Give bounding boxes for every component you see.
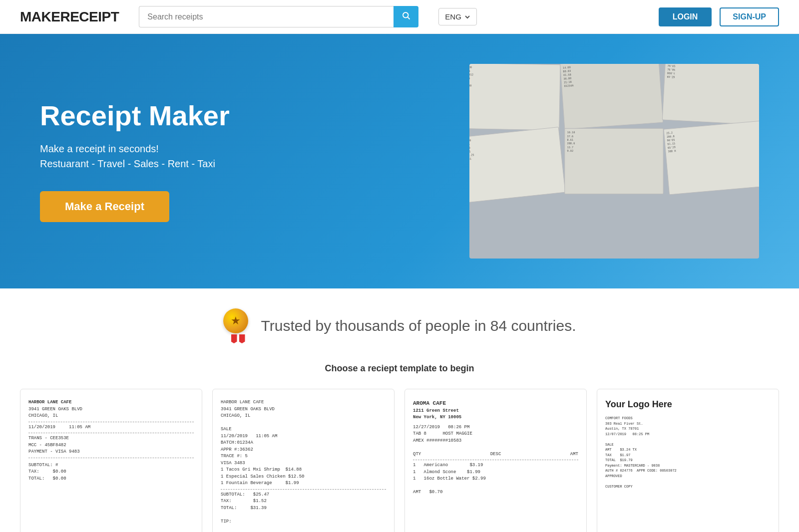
receipt-pile: 44.00065548891237.68.669.80 14.0080.8341… bbox=[469, 64, 759, 259]
template-card-2[interactable]: HARBOR LANE CAFE 3941 GREEN OAKS BLVD CH… bbox=[212, 389, 395, 532]
template-card-3[interactable]: AROMA CAFE 1211 Green Street New York, N… bbox=[404, 389, 587, 532]
hero-subtitle-line2: Restuarant - Travel - Sales - Rent - Tax… bbox=[40, 158, 215, 169]
hero-subtitle: Make a receipt in seconds! Restuarant - … bbox=[40, 141, 230, 171]
chevron-down-icon bbox=[464, 14, 470, 20]
receipt-piece: 69.802.1580.037.1200.250.01 bbox=[469, 127, 566, 203]
hero-title: Receipt Maker bbox=[40, 100, 230, 131]
medal-ribbon bbox=[223, 334, 253, 343]
hero-text: Receipt Maker Make a receipt in seconds!… bbox=[40, 100, 230, 222]
receipt-piece: 25.2286.896'0591.1565'29388 H bbox=[663, 120, 759, 195]
make-receipt-button[interactable]: Make a Receipt bbox=[40, 191, 169, 222]
hero-subtitle-line1: Make a receipt in seconds! bbox=[40, 143, 159, 154]
svg-line-1 bbox=[408, 17, 410, 19]
login-button[interactable]: LOGIN bbox=[659, 7, 712, 26]
header-buttons: LOGIN SIGN-UP bbox=[659, 7, 779, 26]
lang-label: ENG bbox=[445, 12, 461, 21]
receipt-preview-4: Your Logo Here COMFORT FOODS 303 Real Fi… bbox=[605, 399, 771, 489]
search-icon bbox=[401, 11, 410, 20]
medal-icon: ★ bbox=[223, 308, 253, 343]
hero-section: Receipt Maker Make a receipt in seconds!… bbox=[0, 34, 799, 288]
template-card-1[interactable]: HARBOR LANE CAFE 3941 GREEN OAKS BLVD CH… bbox=[20, 389, 202, 532]
template-section: Choose a reciept template to begin HARBO… bbox=[0, 353, 799, 532]
receipt-preview-3: AROMA CAFE 1211 Green Street New York, N… bbox=[413, 399, 578, 496]
language-selector[interactable]: ENG bbox=[438, 8, 477, 25]
ribbon-right bbox=[239, 334, 245, 343]
receipt-piece: 44.00065548891237.68.669.80 bbox=[469, 64, 561, 131]
receipt-piece: 1494.5276'0576'05800't65'29 bbox=[662, 64, 759, 125]
logo-bold: RECEIPT bbox=[60, 9, 119, 24]
receipt-preview-2: HARBOR LANE CAFE 3941 GREEN OAKS BLVD CH… bbox=[221, 399, 386, 525]
trust-section: ★ Trusted by thousands of people in 84 c… bbox=[0, 288, 799, 353]
template-card-4[interactable]: Your Logo Here COMFORT FOODS 303 Real Fi… bbox=[597, 389, 779, 532]
receipt-piece: 10.1037.68.61288.613.79.02 bbox=[565, 128, 664, 194]
search-button[interactable] bbox=[394, 6, 418, 27]
header: MAKERECEIPT ENG LOGIN SIGN-UP bbox=[0, 0, 799, 34]
signup-button[interactable]: SIGN-UP bbox=[720, 7, 779, 26]
search-container bbox=[139, 6, 418, 27]
ribbon-left bbox=[231, 334, 237, 343]
logo: MAKERECEIPT bbox=[20, 9, 119, 25]
template-grid: HARBOR LANE CAFE 3941 GREEN OAKS BLVD CH… bbox=[20, 389, 779, 532]
medal-circle: ★ bbox=[223, 308, 248, 333]
trust-text: Trusted by thousands of people in 84 cou… bbox=[261, 317, 576, 334]
hero-receipt-image: 44.00065548891237.68.669.80 14.0080.8341… bbox=[469, 64, 759, 259]
template-section-title: Choose a reciept template to begin bbox=[20, 363, 779, 374]
svg-point-0 bbox=[403, 12, 408, 18]
receipt-preview-1: HARBOR LANE CAFE 3941 GREEN OAKS BLVD CH… bbox=[28, 399, 194, 482]
star-icon: ★ bbox=[231, 314, 241, 327]
logo-light: MAKE bbox=[20, 9, 60, 24]
search-input[interactable] bbox=[139, 6, 394, 27]
logo-placeholder: Your Logo Here bbox=[605, 399, 771, 410]
receipt-piece: 14.0080.8341.5836.8021:1801234A bbox=[560, 64, 664, 130]
